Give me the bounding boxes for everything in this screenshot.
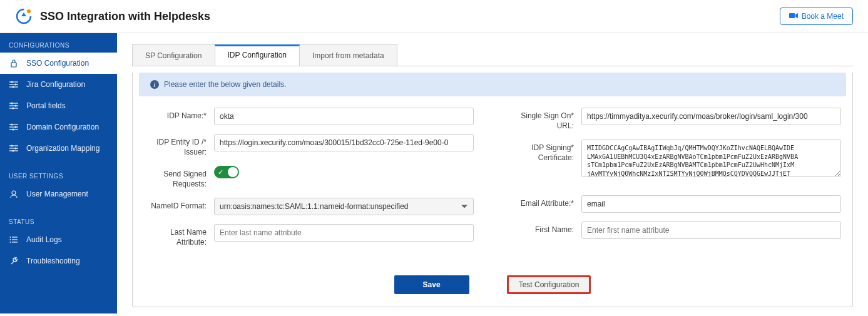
section-label: USER SETTINGS	[0, 168, 117, 183]
email-input[interactable]	[581, 195, 841, 213]
section-label: STATUS	[0, 213, 117, 229]
control-idp-entity	[214, 134, 474, 151]
book-meet-button[interactable]: Book a Meet	[780, 8, 853, 25]
sso-url-input[interactable]	[581, 108, 841, 125]
sidebar-item-sso-configuration[interactable]: SSO Configuration	[0, 53, 117, 74]
info-text: Please enter the below given details.	[164, 80, 286, 89]
sidebar-item-label: Domain Configuration	[26, 123, 99, 131]
control-last-name	[214, 224, 474, 242]
svg-point-29	[13, 150, 14, 152]
settings-icon	[9, 122, 19, 132]
last-name-input[interactable]	[214, 224, 474, 242]
label-first-name: First Name:	[511, 222, 574, 235]
control-send-signed	[214, 166, 474, 178]
row-email: Email Attribute:*	[511, 195, 841, 213]
row-sso-url: Single Sign On* URL:	[511, 108, 841, 131]
first-name-input[interactable]	[581, 222, 841, 239]
sidebar-item-organization-mapping[interactable]: Organization Mapping	[0, 138, 117, 159]
svg-point-9	[15, 84, 17, 86]
svg-point-13	[11, 103, 13, 104]
form-left-column: IDP Name:* IDP Entity ID /* Issuer: Send…	[144, 108, 474, 257]
label-sso-url: Single Sign On* URL:	[511, 108, 574, 131]
main-content: SP Configuration IDP Configuration Impor…	[117, 33, 868, 313]
row-nameid: NameID Format: urn:oasis:names:tc:SAML:1…	[144, 198, 474, 215]
page-header: SSO Integration with Helpdesks Book a Me…	[0, 0, 868, 33]
idp-signing-textarea[interactable]: MIIDGDCCAgCgAwIBAgIIWqbJq/QMHTMwDQYJKoZI…	[581, 140, 841, 177]
wrench-icon	[9, 256, 19, 266]
tab-sp-configuration[interactable]: SP Configuration	[132, 44, 215, 66]
sidebar-item-label: Jira Configuration	[26, 80, 85, 89]
config-panel: i Please enter the below given details. …	[132, 73, 853, 307]
row-idp-name: IDP Name:*	[144, 108, 474, 125]
tab-bar: SP Configuration IDP Configuration Impor…	[132, 44, 853, 66]
sidebar-item-domain-configuration[interactable]: Domain Configuration	[0, 116, 117, 138]
app-logo-icon	[15, 8, 33, 25]
sidebar-item-label: Portal fields	[26, 101, 66, 110]
control-email	[581, 195, 841, 213]
label-idp-name: IDP Name:*	[144, 108, 207, 121]
svg-marker-4	[795, 13, 798, 18]
page-title: SSO Integration with Helpdesks	[40, 10, 210, 23]
header-left: SSO Integration with Helpdesks	[15, 8, 210, 25]
form-right-column: Single Sign On* URL: IDP Signing* Certif…	[511, 108, 841, 257]
sidebar-item-label: Organization Mapping	[26, 144, 100, 153]
sidebar-item-user-management[interactable]: User Management	[0, 183, 117, 205]
control-first-name	[581, 222, 841, 239]
svg-point-15	[15, 105, 17, 107]
section-label: CONFIGURATIONS	[0, 37, 117, 53]
sidebar-item-jira-configuration[interactable]: Jira Configuration	[0, 74, 117, 95]
row-idp-entity: IDP Entity ID /* Issuer:	[144, 134, 474, 157]
idp-entity-input[interactable]	[214, 134, 474, 151]
form-grid: IDP Name:* IDP Entity ID /* Issuer: Send…	[133, 108, 852, 257]
tab-import-metadata[interactable]: Import from metadata	[299, 44, 397, 66]
svg-point-21	[15, 126, 17, 128]
svg-rect-3	[789, 13, 795, 18]
row-send-signed: Send Signed Requests:	[144, 166, 474, 189]
action-row: Save Test Configuration	[133, 275, 852, 294]
sidebar-item-label: User Management	[26, 190, 88, 198]
svg-point-34	[10, 237, 11, 238]
book-meet-label: Book a Meet	[802, 12, 844, 21]
svg-point-25	[11, 145, 13, 147]
label-last-name: Last Name Attribute:	[144, 224, 207, 247]
label-nameid: NameID Format:	[144, 198, 207, 212]
info-icon: i	[150, 80, 159, 89]
control-nameid: urn:oasis:names:tc:SAML:1.1:nameid-forma…	[214, 198, 474, 215]
svg-rect-5	[11, 63, 16, 67]
label-email: Email Attribute:*	[511, 195, 574, 209]
svg-point-17	[13, 108, 14, 110]
svg-point-23	[13, 129, 14, 131]
svg-point-30	[12, 191, 16, 195]
sidebar-item-label: SSO Configuration	[26, 59, 89, 68]
row-first-name: First Name:	[511, 222, 841, 239]
list-icon	[9, 235, 19, 245]
sidebar-item-label: Audit Logs	[26, 235, 62, 244]
svg-point-35	[10, 239, 11, 240]
send-signed-toggle[interactable]	[214, 166, 239, 178]
control-idp-name	[214, 108, 474, 125]
row-last-name: Last Name Attribute:	[144, 224, 474, 247]
svg-point-11	[13, 86, 14, 88]
sidebar-item-portal-fields[interactable]: Portal fields	[0, 95, 117, 116]
sidebar-item-label: Troubleshooting	[26, 257, 80, 265]
user-icon	[9, 189, 19, 199]
label-idp-signing: IDP Signing* Certificate:	[511, 140, 574, 163]
sidebar: CONFIGURATIONS SSO Configuration Jira Co…	[0, 33, 117, 313]
main-layout: CONFIGURATIONS SSO Configuration Jira Co…	[0, 33, 868, 313]
svg-point-7	[11, 81, 13, 83]
label-send-signed: Send Signed Requests:	[144, 166, 207, 189]
save-button[interactable]: Save	[394, 275, 469, 294]
svg-point-36	[10, 242, 11, 243]
sidebar-item-audit-logs[interactable]: Audit Logs	[0, 229, 117, 250]
idp-name-input[interactable]	[214, 108, 474, 125]
tab-idp-configuration[interactable]: IDP Configuration	[215, 44, 300, 66]
test-configuration-button[interactable]: Test Configuration	[507, 275, 591, 294]
control-idp-signing: MIIDGDCCAgCgAwIBAgIIWqbJq/QMHTMwDQYJKoZI…	[581, 140, 841, 179]
settings-icon	[9, 79, 19, 89]
lock-icon	[9, 58, 19, 68]
svg-point-1	[27, 9, 31, 13]
nameid-select[interactable]: urn:oasis:names:tc:SAML:1.1:nameid-forma…	[214, 198, 474, 215]
settings-icon	[9, 101, 19, 111]
sidebar-item-troubleshooting[interactable]: Troubleshooting	[0, 250, 117, 272]
row-idp-signing: IDP Signing* Certificate: MIIDGDCCAgCgAw…	[511, 140, 841, 179]
